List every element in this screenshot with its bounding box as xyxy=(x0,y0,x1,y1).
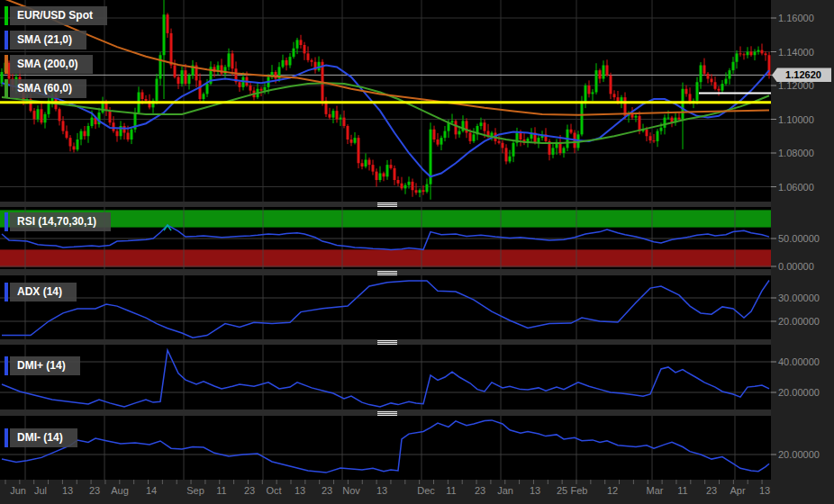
time-axis-tick-label: Jan xyxy=(497,485,513,496)
legend-label: RSI (14,70,30,1) xyxy=(10,212,111,231)
adx-axis-tick-label: 20.00000 xyxy=(778,316,820,327)
time-axis-tick-label: 23 xyxy=(706,485,717,496)
dmip-axis-tick-label: 40.00000 xyxy=(778,356,820,367)
series-color-bar xyxy=(5,79,8,98)
rsi-band-overbought xyxy=(0,210,771,227)
time-axis-tick-label: Jul xyxy=(34,485,47,496)
legend-label: DMI+ (14) xyxy=(10,356,80,375)
legend-label: ADX (14) xyxy=(10,283,77,302)
legend-label: SMA (200,0) xyxy=(10,55,93,74)
time-axis-tick-label: Feb xyxy=(571,485,588,496)
time-axis-tick-label: 13 xyxy=(530,485,540,496)
legend-item-eurusd-spot[interactable]: EUR/USD Spot xyxy=(5,6,107,25)
time-axis-tick-label: 13 xyxy=(376,485,387,496)
price-axis-tick-label: 1.08000 xyxy=(778,148,814,158)
series-color-bar xyxy=(5,31,8,50)
panel-resize-grip[interactable] xyxy=(377,271,397,275)
legend-label: SMA (21,0) xyxy=(10,31,86,50)
price-axis-tick-label: 1.14000 xyxy=(778,47,814,58)
series-color-bar xyxy=(5,283,8,302)
time-axis-tick-label: Mar xyxy=(647,485,664,496)
time-axis-tick-label: Sep xyxy=(186,485,204,496)
legend-label: SMA (60,0) xyxy=(10,79,86,98)
trading-chart-window: EUR/USD Spot SMA (21,0) SMA (200,0) SMA … xyxy=(0,0,834,504)
time-axis-tick-label: 13 xyxy=(295,485,305,496)
legend-item-sma-200[interactable]: SMA (200,0) xyxy=(5,55,93,74)
time-axis-tick-label: 13 xyxy=(759,485,770,496)
time-axis-tick-label: 13 xyxy=(62,485,73,496)
legend-label: EUR/USD Spot xyxy=(10,6,107,25)
time-axis-tick-label: 11 xyxy=(216,485,226,496)
price-axis-tick-label: 1.16000 xyxy=(778,13,814,23)
series-color-bar xyxy=(5,6,8,25)
series-color-bar xyxy=(5,212,8,231)
series-color-bar xyxy=(5,428,8,447)
legend-item-dmi-plus[interactable]: DMI+ (14) xyxy=(5,356,80,375)
time-axis-tick-label: Dec xyxy=(417,485,435,496)
dmip-axis-tick-label: 20.00000 xyxy=(778,387,820,398)
rsi-axis-tick-label: 50.00000 xyxy=(778,233,820,244)
last-price-tag: 1.12620 xyxy=(772,68,831,82)
time-axis-tick-label: 23 xyxy=(475,485,485,496)
time-axis-tick-label: Jun xyxy=(10,485,26,496)
time-axis-tick-label: 25 xyxy=(557,485,567,496)
time-axis-tick-label: 23 xyxy=(89,485,100,496)
dmim-axis-tick-label: 20.00000 xyxy=(778,449,820,460)
series-color-bar xyxy=(5,356,8,375)
panel-resize-grip[interactable] xyxy=(377,411,397,416)
time-axis-tick-label: 11 xyxy=(446,485,456,496)
panel-resize-grip[interactable] xyxy=(377,202,397,207)
time-axis-tick-label: Apr xyxy=(730,485,745,496)
time-axis-tick-label: Nov xyxy=(342,485,360,496)
adx-axis-tick-label: 30.00000 xyxy=(778,292,820,303)
legend-item-adx[interactable]: ADX (14) xyxy=(5,283,77,302)
time-axis-tick-label: 14 xyxy=(146,485,157,496)
rsi-band-oversold xyxy=(0,249,771,266)
time-axis-tick-label: 23 xyxy=(244,485,255,496)
time-axis-tick-label: 23 xyxy=(322,485,332,496)
price-axis-tick-label: 1.10000 xyxy=(778,114,814,125)
panel-resize-grip[interactable] xyxy=(377,340,397,345)
legend-item-dmi-minus[interactable]: DMI- (14) xyxy=(5,428,77,447)
time-axis-tick-label: Aug xyxy=(111,485,129,496)
time-axis-tick-label: 11 xyxy=(677,485,687,496)
legend-label: DMI- (14) xyxy=(10,428,77,447)
time-axis-tick-label: 12 xyxy=(607,485,618,496)
legend-item-sma-60[interactable]: SMA (60,0) xyxy=(5,79,86,98)
price-axis-tick-label: 1.06000 xyxy=(778,182,814,193)
series-color-bar xyxy=(5,55,8,74)
time-axis-tick-label: Oct xyxy=(266,485,281,496)
rsi-axis-tick-label: 0.00000 xyxy=(778,261,814,272)
chart-canvas[interactable] xyxy=(0,0,834,504)
legend-item-sma-21[interactable]: SMA (21,0) xyxy=(5,31,86,50)
legend-item-rsi[interactable]: RSI (14,70,30,1) xyxy=(5,212,111,231)
